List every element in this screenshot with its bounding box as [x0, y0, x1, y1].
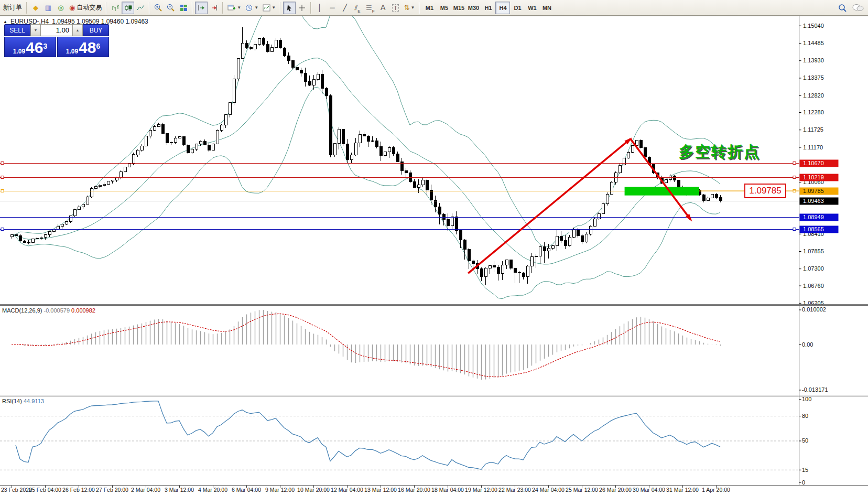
time-axis-label: 25 Mar 12:00 — [566, 487, 598, 493]
sell-price-button[interactable]: 1.09463 — [4, 37, 56, 57]
price-axis-label: 1.12280 — [803, 109, 824, 115]
price-axis-label: 1.11170 — [803, 144, 823, 150]
price-level-label: 1.10670 — [803, 160, 824, 166]
svg-text:15: 15 — [802, 467, 808, 473]
time-axis-label: 18 Mar 04:00 — [431, 487, 464, 493]
svg-text:-0.013171: -0.013171 — [802, 386, 828, 393]
time-axis-label: 2 Mar 04:00 — [131, 487, 160, 493]
turning-point-annotation: 多空转折点 — [679, 142, 760, 163]
time-axis-label: 12 Mar 04:00 — [331, 487, 363, 493]
price-axis-label: 1.13375 — [803, 74, 824, 81]
price-level-label: 1.08565 — [803, 226, 824, 232]
macd-axis: 0.0100020.00-0.013171 — [799, 306, 828, 393]
price-axis-label: 1.15040 — [803, 23, 824, 29]
chart-canvas[interactable]: 1.150401.144851.139301.133751.128201.122… — [0, 0, 868, 495]
price-axis-label: 1.07300 — [803, 265, 824, 272]
rsi-indicator — [0, 401, 799, 470]
svg-text:0.010002: 0.010002 — [802, 306, 826, 313]
volume-down-button[interactable]: ▼ — [30, 24, 41, 36]
macd-indicator — [12, 310, 721, 380]
bollinger-bands — [12, 0, 720, 299]
time-axis: 23 Feb 202025 Feb 04:0026 Feb 12:0027 Fe… — [1, 486, 730, 493]
rsi-axis: 1008050150 — [799, 396, 812, 485]
svg-text:100: 100 — [802, 396, 811, 402]
svg-text:0: 0 — [802, 479, 805, 486]
svg-text:50: 50 — [802, 437, 808, 444]
svg-text:0.00: 0.00 — [802, 341, 813, 348]
one-click-trading-panel: SELL ▼ 1.00 ▲ BUY 1.09463 1.09486 — [4, 24, 109, 57]
time-axis-label: 16 Mar 20:00 — [398, 487, 430, 493]
highlight-rectangle[interactable] — [625, 187, 699, 196]
time-axis-label: 26 Mar 20:00 — [599, 487, 632, 493]
spinner-down-icon: ▼ — [34, 28, 38, 32]
time-axis-label: 30 Mar 04:00 — [633, 487, 665, 493]
price-axis-label: 1.07855 — [803, 248, 824, 254]
price-level-label: 1.08949 — [803, 214, 824, 220]
pane-separators[interactable] — [0, 16, 868, 486]
time-axis-label: 26 Feb 12:00 — [62, 487, 95, 493]
time-axis-label: 6 Mar 04:00 — [232, 487, 261, 493]
time-axis-label: 22 Mar 23:00 — [498, 487, 531, 493]
time-axis-label: 24 Mar 04:00 — [532, 487, 565, 493]
price-level-label: 1.10219 — [803, 174, 824, 180]
chart-window[interactable]: 1.150401.144851.139301.133751.128201.122… — [0, 16, 868, 495]
svg-text:80: 80 — [802, 413, 808, 419]
time-axis-label: 4 Mar 20:00 — [198, 487, 227, 493]
collapse-icon[interactable]: ▲ — [3, 19, 7, 24]
macd-label: MACD(12,26,9) -0.000579 0.000982 — [2, 307, 95, 314]
volume-up-button[interactable]: ▲ — [72, 24, 83, 36]
rsi-label: RSI(14) 44.9113 — [2, 398, 44, 404]
price-level-label: 1.09463 — [803, 198, 824, 204]
time-axis-label: 13 Mar 12:00 — [364, 487, 397, 493]
time-axis-label: 27 Feb 20:00 — [96, 487, 128, 493]
price-axis-label: 1.06760 — [803, 283, 824, 289]
buy-price-button[interactable]: 1.09486 — [57, 37, 109, 57]
price-tag-annotation: 1.09785 — [744, 184, 786, 198]
time-axis-label: 3 Mar 12:00 — [165, 487, 194, 493]
time-axis-label: 10 Mar 20:00 — [297, 487, 330, 493]
time-axis-label: 25 Feb 04:00 — [29, 487, 61, 493]
volume-input[interactable]: 1.00 — [41, 24, 72, 36]
price-axis-label: 1.13930 — [803, 57, 824, 63]
sell-button[interactable]: SELL — [4, 24, 30, 36]
time-axis-label: 19 Mar 12:00 — [465, 487, 497, 493]
price-axis-label: 1.11725 — [803, 126, 823, 133]
time-axis-label: 31 Mar 12:00 — [666, 487, 699, 493]
price-axis-label: 1.12820 — [803, 92, 824, 99]
time-axis-label: 1 Apr 20:00 — [702, 487, 730, 493]
price-level-label: 1.09785 — [803, 188, 824, 194]
candles — [10, 27, 722, 286]
price-axis-label: 1.14485 — [803, 40, 824, 46]
spinner-up-icon: ▲ — [76, 28, 80, 32]
time-axis-label: 23 Feb 2020 — [1, 487, 32, 493]
time-axis-label: 9 Mar 12:00 — [265, 487, 295, 493]
buy-button[interactable]: BUY — [83, 24, 109, 36]
